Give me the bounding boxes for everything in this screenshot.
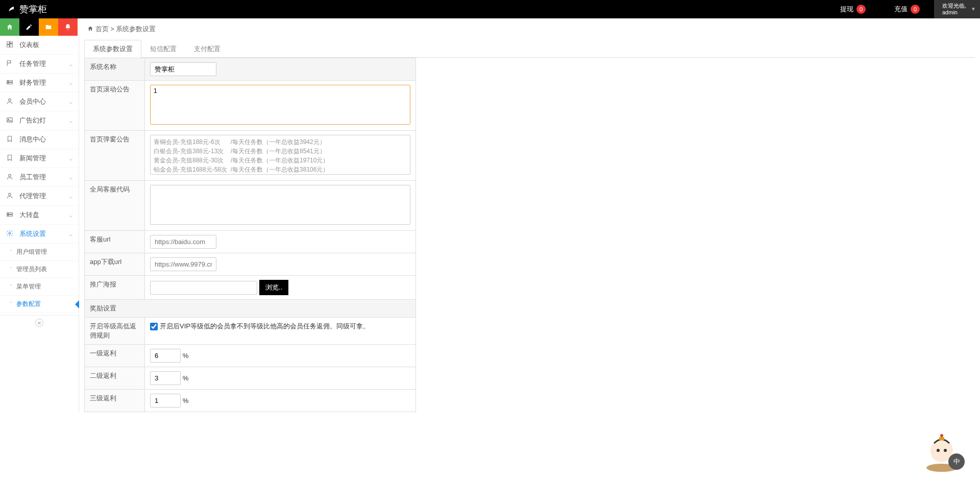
caret-down-icon: ▼: [971, 6, 976, 12]
svg-point-9: [9, 232, 11, 234]
sidebar-item-8[interactable]: 代理管理⌵: [0, 187, 79, 206]
chevron-down-icon: ⌵: [69, 212, 72, 218]
global-cs-textarea[interactable]: [150, 185, 410, 225]
logo-text: 赞掌柜: [19, 3, 47, 15]
sidebar-item-6[interactable]: 新闻管理⌵: [0, 149, 79, 168]
field-label: 首页滚动公告: [85, 81, 145, 131]
field-label: 系统名称: [85, 58, 145, 81]
svg-point-7: [8, 213, 9, 213]
hdd-icon: [6, 211, 15, 220]
home-button[interactable]: [0, 18, 19, 36]
chevron-down-icon: ⌵: [69, 118, 72, 124]
breadcrumb: 首页 > 系统参数设置: [79, 18, 980, 40]
rebate-rule-checkbox[interactable]: [150, 323, 158, 330]
leaf-icon: [7, 4, 16, 15]
flag-icon: [6, 60, 15, 68]
user-icon: [6, 173, 15, 182]
user-icon: [6, 98, 15, 106]
level2-rebate-input[interactable]: [150, 371, 181, 385]
sidebar-item-1[interactable]: 任务管理⌵: [0, 55, 79, 74]
level3-rebate-input[interactable]: [150, 394, 181, 408]
bell-button[interactable]: [58, 18, 78, 36]
top-header: 赞掌柜 提现 0 充值 0 欢迎光临, admin ▼: [0, 0, 980, 18]
edit-button[interactable]: [19, 18, 39, 36]
sidebar-item-10[interactable]: 系统设置⌵: [0, 225, 79, 244]
scroll-notice-textarea[interactable]: [150, 85, 410, 125]
tab-1[interactable]: 短信配置: [141, 40, 185, 58]
sidebar-item-3[interactable]: 会员中心⌵: [0, 92, 79, 111]
submenu-item-1[interactable]: 管理员列表: [0, 261, 79, 278]
main-content: 首页 > 系统参数设置 系统参数设置短信配置支付配置 系统名称 首页滚动公告 首…: [79, 18, 980, 412]
tab-0[interactable]: 系统参数设置: [84, 40, 141, 58]
svg-point-8: [8, 215, 9, 215]
sidebar-item-7[interactable]: 员工管理⌵: [0, 168, 79, 187]
app-url-input[interactable]: [150, 257, 216, 271]
field-label: 一级返利: [85, 345, 145, 367]
recharge-link[interactable]: 充值 0: [880, 5, 934, 14]
folder-button[interactable]: [39, 18, 58, 36]
breadcrumb-home[interactable]: 首页: [95, 25, 109, 33]
field-label: 客服url: [85, 231, 145, 253]
collapse-sidebar-button[interactable]: «: [0, 315, 79, 330]
bookmark-icon: [6, 154, 15, 163]
popup-notice-textarea[interactable]: [150, 135, 410, 175]
dashboard-icon: [6, 41, 15, 50]
chevron-down-icon: ⌵: [69, 80, 72, 86]
sidebar-item-2[interactable]: 财务管理⌵: [0, 74, 79, 92]
withdraw-badge: 0: [856, 5, 866, 14]
chevron-down-icon: ⌵: [69, 231, 72, 237]
browse-button[interactable]: 浏览..: [259, 280, 288, 295]
svg-point-1: [8, 83, 9, 83]
svg-point-6: [9, 193, 11, 196]
sidebar-item-5[interactable]: 消息中心: [0, 130, 79, 149]
svg-point-0: [8, 81, 9, 81]
field-label: 推广海报: [85, 276, 145, 300]
field-label: 三级返利: [85, 390, 145, 412]
bookmark-icon: [6, 135, 15, 144]
gear-icon: [6, 230, 15, 238]
submenu-item-0[interactable]: 用户组管理: [0, 244, 79, 261]
logo[interactable]: 赞掌柜: [0, 3, 54, 15]
tabs: 系统参数设置短信配置支付配置: [84, 40, 975, 58]
image-icon: [6, 116, 15, 125]
field-label: 二级返利: [85, 367, 145, 390]
sidebar-item-9[interactable]: 大转盘⌵: [0, 206, 79, 225]
user-icon: [6, 192, 15, 201]
hdd-icon: [6, 79, 15, 87]
chevron-down-icon: ⌵: [69, 175, 72, 180]
field-label: app下载url: [85, 253, 145, 276]
recharge-badge: 0: [911, 5, 920, 14]
field-label: 开启等级高低返佣规则: [85, 318, 145, 345]
submenu-item-2[interactable]: 菜单管理: [0, 278, 79, 296]
sidebar-item-4[interactable]: 广告幻灯⌵: [0, 111, 79, 130]
system-name-input[interactable]: [150, 62, 216, 76]
tab-2[interactable]: 支付配置: [185, 40, 229, 58]
chevron-down-icon: ⌵: [69, 99, 72, 105]
chevron-down-icon: ⌵: [69, 156, 72, 161]
submenu-item-3[interactable]: 参数配置: [0, 296, 79, 313]
poster-path-input[interactable]: [150, 281, 257, 295]
field-label: 全局客服代码: [85, 181, 145, 231]
user-menu[interactable]: 欢迎光临, admin ▼: [934, 0, 980, 18]
cs-url-input[interactable]: [150, 235, 216, 249]
level1-rebate-input[interactable]: [150, 349, 181, 363]
chevron-down-icon: ⌵: [69, 194, 72, 199]
breadcrumb-current: 系统参数设置: [116, 25, 156, 33]
field-label: 首页弹窗公告: [85, 131, 145, 181]
home-icon: [87, 26, 93, 32]
quick-toolbar: [0, 18, 79, 36]
svg-point-5: [9, 174, 11, 177]
sidebar: 仪表板任务管理⌵财务管理⌵会员中心⌵广告幻灯⌵消息中心新闻管理⌵员工管理⌵代理管…: [0, 18, 79, 412]
settings-form: 系统名称 首页滚动公告 首页弹窗公告 全局客服代码 客服url app下载url: [84, 58, 416, 412]
svg-point-2: [9, 99, 11, 101]
chevron-down-icon: ⌵: [69, 61, 72, 67]
withdraw-link[interactable]: 提现 0: [826, 5, 880, 14]
section-header: 奖励设置: [85, 300, 416, 318]
sidebar-item-0[interactable]: 仪表板: [0, 36, 79, 55]
